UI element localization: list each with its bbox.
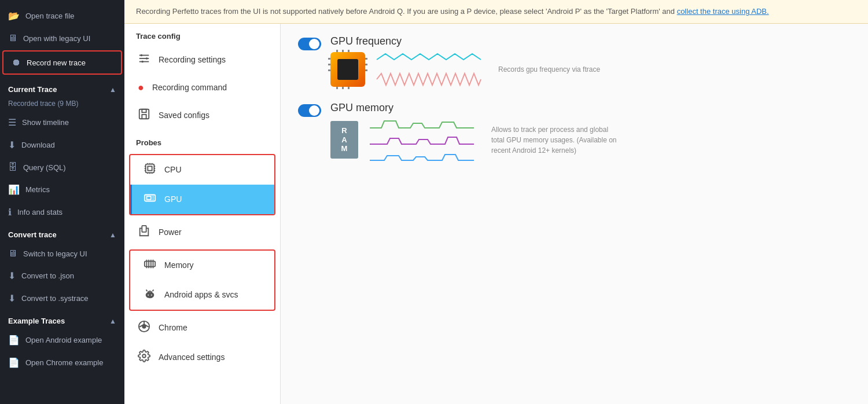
sidebar-item-show-timeline[interactable]: ☰ Show timeline	[0, 111, 124, 134]
warning-banner: Recording Perfetto traces from the UI is…	[124, 0, 868, 24]
download-json-icon: ⬇	[8, 270, 16, 281]
svg-rect-8	[146, 164, 155, 172]
probe-item-power[interactable]: Power	[124, 218, 280, 247]
sidebar-item-convert-json[interactable]: ⬇ Convert to .json	[0, 265, 124, 287]
sidebar-item-record-new-trace[interactable]: ⏺ Record new trace	[2, 50, 122, 75]
file-icon-2: 📄	[8, 357, 20, 368]
sidebar-item-download[interactable]: ⬇ Download	[0, 134, 124, 156]
svg-rect-27	[142, 225, 146, 232]
sidebar: 📂 Open trace file 🖥 Open with legacy UI …	[0, 0, 124, 404]
advanced-gear-icon	[138, 350, 150, 365]
probe-item-advanced-settings[interactable]: Advanced settings	[124, 343, 280, 372]
gpu-memory-desc: Allows to track per process and global t…	[491, 124, 619, 156]
memory-android-group: Memory Android apps & svcs	[129, 249, 275, 311]
gpu-frequency-feature: GPU frequency	[298, 35, 851, 88]
sidebar-item-android-example[interactable]: 📄 Open Android example	[0, 329, 124, 351]
gpu-frequency-title: GPU frequency	[330, 35, 851, 47]
settings-icon	[138, 52, 150, 68]
ram-chip-icon: R A M	[330, 121, 358, 159]
cpu-icon	[144, 162, 156, 178]
example-traces-header[interactable]: Example Traces ▲	[0, 310, 124, 329]
sidebar-item-convert-systrace[interactable]: ⬇ Convert to .systrace	[0, 287, 124, 310]
ram-bars	[370, 117, 474, 163]
download-icon: ⬇	[8, 139, 16, 150]
gpu-frequency-info: GPU frequency	[330, 35, 851, 88]
svg-point-51	[142, 354, 146, 358]
gpu-frequency-desc: Records gpu frequency via ftrace	[498, 64, 600, 75]
database-icon: 🗄	[8, 162, 17, 172]
probe-item-recording-command[interactable]: ● Recording command	[124, 75, 280, 101]
svg-line-45	[153, 289, 154, 291]
gpu-memory-feature: GPU memory R A M	[298, 102, 851, 163]
sidebar-item-info-stats[interactable]: ℹ Info and stats	[0, 201, 124, 223]
sidebar-item-switch-legacy[interactable]: 🖥 Switch to legacy UI	[0, 243, 124, 265]
gpu-icon	[144, 192, 156, 207]
chrome-icon	[138, 320, 150, 336]
trace-config-title: Trace config	[124, 24, 280, 45]
main-content: Recording Perfetto traces from the UI is…	[124, 0, 868, 404]
probe-item-recording-settings[interactable]: Recording settings	[124, 45, 280, 75]
memory-icon	[144, 258, 156, 273]
sidebar-item-open-trace-file[interactable]: 📂 Open trace file	[0, 5, 124, 27]
probe-item-saved-configs[interactable]: Saved configs	[124, 101, 280, 130]
svg-point-42	[148, 294, 149, 295]
gpu-memory-info: GPU memory R A M	[330, 102, 851, 163]
android-icon	[144, 287, 156, 303]
svg-point-4	[146, 57, 148, 60]
chart-icon: 📊	[8, 184, 20, 195]
svg-rect-9	[148, 166, 152, 170]
save-icon	[138, 108, 150, 123]
svg-rect-7	[142, 109, 146, 112]
chevron-up-icon: ▲	[109, 86, 116, 94]
svg-point-5	[141, 60, 144, 63]
record-dot-icon: ●	[138, 82, 144, 94]
gpu-frequency-illustration: Records gpu frequency via ftrace	[330, 51, 851, 88]
chevron-up-icon-3: ▲	[109, 317, 116, 325]
sidebar-item-open-legacy-ui[interactable]: 🖥 Open with legacy UI	[0, 27, 124, 49]
gpu-memory-toggle[interactable]	[298, 104, 321, 117]
convert-trace-header[interactable]: Convert trace ▲	[0, 223, 124, 243]
detail-panel: GPU frequency	[281, 24, 868, 405]
current-trace-header[interactable]: Current Trace ▲	[0, 78, 124, 97]
gpu-frequency-waves	[377, 51, 481, 88]
probe-item-gpu[interactable]: GPU	[130, 185, 274, 214]
sidebar-item-chrome-example[interactable]: 📄 Open Chrome example	[0, 351, 124, 374]
svg-point-43	[151, 294, 152, 295]
svg-line-44	[146, 289, 148, 291]
gpu-memory-title: GPU memory	[330, 102, 851, 114]
download-systrace-icon: ⬇	[8, 293, 16, 304]
monitor-icon: 🖥	[8, 33, 17, 43]
recorded-trace-info: Recorded trace (9 MB)	[0, 97, 124, 111]
svg-point-41	[146, 292, 155, 298]
sidebar-item-metrics[interactable]: 📊 Metrics	[0, 178, 124, 201]
record-icon: ⏺	[12, 57, 21, 68]
svg-rect-23	[147, 196, 151, 200]
adb-link[interactable]: collect the trace using ADB.	[677, 7, 769, 16]
probes-title: Probes	[124, 130, 280, 152]
cpu-gpu-group: CPU GPU	[129, 154, 275, 215]
gpu-frequency-toggle[interactable]	[298, 38, 321, 50]
file-icon: 📄	[8, 335, 20, 346]
info-icon: ℹ	[8, 207, 12, 218]
sidebar-item-query-sql[interactable]: 🗄 Query (SQL)	[0, 156, 124, 178]
timeline-icon: ☰	[8, 117, 16, 128]
folder-icon: 📂	[8, 10, 20, 21]
probes-panel: Trace config Recording settings ● Record…	[124, 24, 281, 405]
svg-point-3	[141, 54, 143, 56]
probe-item-chrome[interactable]: Chrome	[124, 313, 280, 343]
gpu-memory-illustration: R A M	[330, 117, 851, 163]
power-icon	[138, 225, 150, 240]
gpu-chip-icon	[330, 52, 365, 87]
probe-item-cpu[interactable]: CPU	[130, 155, 274, 185]
probe-item-android-apps[interactable]: Android apps & svcs	[130, 280, 274, 310]
probe-item-memory[interactable]: Memory	[130, 251, 274, 280]
chevron-up-icon-2: ▲	[109, 231, 116, 239]
legacy-icon: 🖥	[8, 248, 17, 259]
content-area: Trace config Recording settings ● Record…	[124, 24, 868, 405]
